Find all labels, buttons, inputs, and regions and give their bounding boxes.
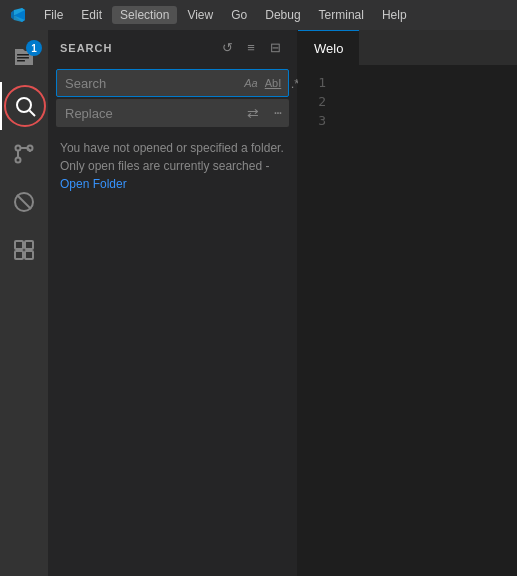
menu-view[interactable]: View — [179, 6, 221, 24]
refresh-results-button[interactable]: ↺ — [217, 38, 237, 58]
more-options-button[interactable]: ··· — [265, 103, 289, 123]
replace-all-icon: ⇄ — [247, 105, 259, 121]
collapse-icon: ⊟ — [270, 40, 281, 55]
sidebar-actions: ↺ ≡ ⊟ — [217, 38, 285, 58]
search-section: Aa AbI .* ⇄ ··· — [48, 65, 297, 131]
svg-point-6 — [16, 158, 21, 163]
svg-rect-10 — [15, 241, 23, 249]
line-number-2: 2 — [298, 92, 326, 111]
svg-rect-1 — [17, 57, 29, 59]
svg-rect-2 — [17, 60, 25, 62]
main-layout: 1 — [0, 30, 517, 576]
svg-rect-0 — [17, 54, 29, 56]
editor-content: 1 2 3 — [298, 65, 517, 576]
replace-row: ⇄ ··· — [56, 99, 289, 127]
list-icon: ≡ — [247, 40, 255, 55]
explorer-badge: 1 — [26, 40, 42, 56]
svg-point-5 — [16, 146, 21, 151]
sidebar-title: SEARCH — [60, 42, 112, 54]
replace-actions: ⇄ ··· — [241, 103, 293, 123]
svg-rect-11 — [25, 241, 33, 249]
menu-selection[interactable]: Selection — [112, 6, 177, 24]
menubar: File Edit Selection View Go Debug Termin… — [0, 0, 517, 30]
line-numbers: 1 2 3 — [298, 73, 338, 568]
info-text-area: You have not opened or specified a folde… — [48, 131, 297, 201]
activity-item-search[interactable] — [0, 82, 48, 130]
match-whole-word-button[interactable]: AbI — [263, 73, 283, 93]
menu-go[interactable]: Go — [223, 6, 255, 24]
svg-rect-13 — [25, 251, 33, 259]
line-number-1: 1 — [298, 73, 326, 92]
sidebar-header: SEARCH ↺ ≡ ⊟ — [48, 30, 297, 65]
search-row: Aa AbI .* — [56, 69, 289, 97]
menu-debug[interactable]: Debug — [257, 6, 308, 24]
menu-terminal[interactable]: Terminal — [311, 6, 372, 24]
menu-help[interactable]: Help — [374, 6, 415, 24]
info-line2: Only open files are currently searched - — [60, 159, 269, 173]
match-case-button[interactable]: Aa — [241, 73, 261, 93]
activity-item-explorer[interactable]: 1 — [0, 34, 48, 82]
info-line1: You have not opened or specified a folde… — [60, 141, 284, 155]
replace-all-button[interactable]: ⇄ — [241, 103, 265, 123]
activity-bar: 1 — [0, 30, 48, 576]
svg-line-4 — [30, 111, 36, 117]
replace-input[interactable] — [57, 100, 241, 126]
activity-item-source-control[interactable] — [0, 130, 48, 178]
toggle-details-button[interactable]: ≡ — [241, 38, 261, 58]
more-icon: ··· — [273, 104, 280, 122]
editor-area: Welo 1 2 3 — [298, 30, 517, 576]
tab-welcome-label: Welo — [314, 41, 343, 56]
sidebar: SEARCH ↺ ≡ ⊟ Aa — [48, 30, 298, 576]
svg-point-3 — [17, 98, 31, 112]
collapse-all-button[interactable]: ⊟ — [265, 38, 285, 58]
svg-line-9 — [17, 195, 31, 209]
activity-item-remote[interactable] — [0, 178, 48, 226]
search-input[interactable] — [57, 70, 241, 96]
tab-bar: Welo — [298, 30, 517, 65]
menu-file[interactable]: File — [36, 6, 71, 24]
vscode-logo-icon — [8, 5, 28, 25]
svg-rect-12 — [15, 251, 23, 259]
refresh-icon: ↺ — [222, 40, 233, 55]
menu-edit[interactable]: Edit — [73, 6, 110, 24]
tab-welcome[interactable]: Welo — [298, 30, 359, 65]
open-folder-link[interactable]: Open Folder — [60, 177, 127, 191]
line-number-3: 3 — [298, 111, 326, 130]
activity-item-extensions[interactable] — [0, 226, 48, 274]
